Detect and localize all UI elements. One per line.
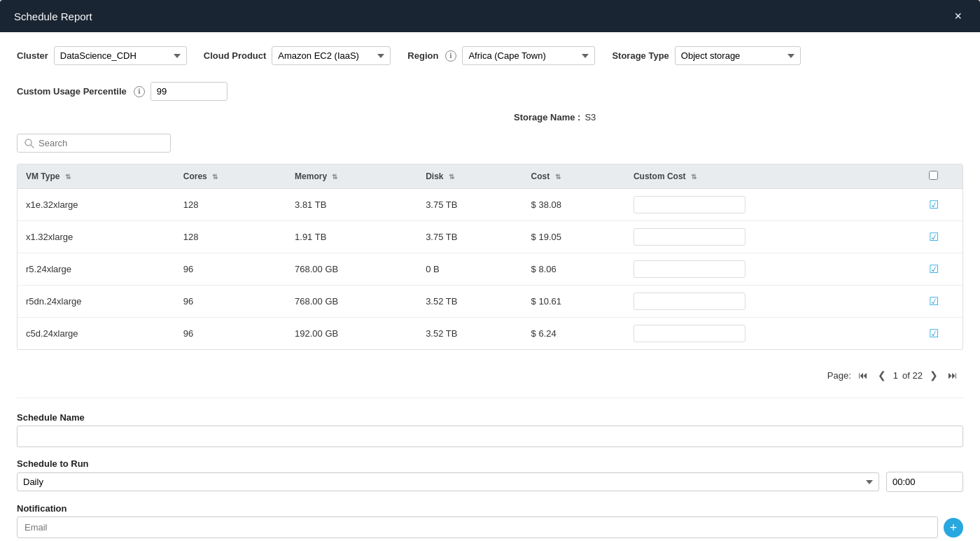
last-page-button[interactable]: ⏭ [945,368,960,382]
cell-disk: 3.75 TB [417,189,522,221]
modal-header: Schedule Report × [0,0,980,32]
cell-cost: $ 8.06 [523,253,625,286]
cell-cores: 128 [175,189,286,221]
sort-icon-cost[interactable]: ⇅ [555,173,561,181]
custom-usage-percentile-input[interactable] [150,82,227,101]
schedule-name-input[interactable] [17,426,963,447]
row-checkbox[interactable]: ☑ [929,231,939,243]
config-row-2: Storage Name : S3 [17,112,963,122]
sort-icon-cores[interactable]: ⇅ [212,173,218,181]
custom-cost-input[interactable] [634,293,746,310]
cluster-label: Cluster [17,50,48,61]
table-row: r5.24xlarge 96 768.00 GB 0 B $ 8.06 ☑ [18,253,962,286]
cell-checkbox: ☑ [904,221,962,253]
cell-cost: $ 38.08 [523,189,625,221]
search-icon [24,139,34,148]
cell-cost: $ 10.61 [523,286,625,318]
cell-checkbox: ☑ [904,286,962,318]
th-vm-type: VM Type ⇅ [18,164,175,189]
cell-memory: 3.81 TB [286,189,417,221]
custom-cost-input[interactable] [634,260,746,278]
row-checkbox[interactable]: ☑ [929,295,939,307]
vm-table-wrapper: VM Type ⇅ Cores ⇅ Memory ⇅ Disk ⇅ Cost ⇅… [17,164,963,350]
cell-disk: 3.52 TB [417,286,522,318]
schedule-time-input[interactable] [886,472,963,492]
cell-cores: 96 [175,318,286,350]
row-checkbox[interactable]: ☑ [929,263,939,275]
cell-cores: 96 [175,286,286,318]
email-input[interactable] [17,517,938,538]
th-memory: Memory ⇅ [286,164,417,189]
cloud-product-label: Cloud Product [204,50,267,61]
cell-memory: 1.91 TB [286,221,417,253]
svg-line-1 [31,145,34,148]
cell-custom-cost [625,189,905,221]
current-page: 1 [893,370,898,381]
region-label: Region [407,50,438,61]
cell-vm-type: r5.24xlarge [18,253,175,286]
region-select[interactable]: Africa (Cape Town) [462,46,595,65]
notification-row: + [17,517,963,538]
search-input[interactable] [38,138,163,148]
modal-body: Cluster DataScience_CDH Cloud Product Am… [0,32,980,541]
row-checkbox[interactable]: ☑ [929,199,939,211]
cell-disk: 3.52 TB [417,318,522,350]
cell-vm-type: c5d.24xlarge [18,318,175,350]
schedule-name-label: Schedule Name [17,412,963,423]
select-all-checkbox[interactable] [929,171,938,180]
add-email-button[interactable]: + [944,518,963,538]
schedule-to-run-label: Schedule to Run [17,458,963,469]
schedule-name-section: Schedule Name [17,412,963,447]
schedule-frequency-select[interactable]: Daily Weekly Monthly [17,472,879,491]
th-disk: Disk ⇅ [417,164,522,189]
custom-cost-input[interactable] [634,228,746,246]
th-checkbox [904,164,962,189]
row-checkbox[interactable]: ☑ [929,328,939,339]
modal-container: Schedule Report × Cluster DataScience_CD… [0,0,980,541]
region-info-icon[interactable]: ℹ [445,50,456,62]
cell-vm-type: x1.32xlarge [18,221,175,253]
prev-page-button[interactable]: ❮ [875,368,889,382]
search-box [17,134,171,153]
cell-custom-cost [625,253,905,286]
sort-icon-vm-type[interactable]: ⇅ [65,173,71,181]
cell-custom-cost [625,286,905,318]
config-row-1: Cluster DataScience_CDH Cloud Product Am… [17,46,963,101]
cell-checkbox: ☑ [904,318,962,350]
th-cost: Cost ⇅ [523,164,625,189]
cell-vm-type: x1e.32xlarge [18,189,175,221]
storage-name-label: Storage Name : [514,112,580,122]
region-group: Region ℹ Africa (Cape Town) [407,46,595,65]
notification-section: Notification + [17,503,963,538]
custom-usage-percentile-group: Custom Usage Percentile ℹ [17,82,227,101]
next-page-button[interactable]: ❯ [927,368,941,382]
sort-icon-memory[interactable]: ⇅ [332,173,337,181]
cell-disk: 0 B [417,253,522,286]
modal-title: Schedule Report [14,10,92,22]
cloud-product-group: Cloud Product Amazon EC2 (IaaS) [204,46,391,65]
cell-cost: $ 19.05 [523,221,625,253]
custom-cost-input[interactable] [634,325,746,342]
sort-icon-disk[interactable]: ⇅ [449,173,454,181]
cell-memory: 192.00 GB [286,318,417,350]
cluster-select[interactable]: DataScience_CDH [54,46,187,65]
custom-usage-percentile-label: Custom Usage Percentile [17,86,127,97]
th-cores: Cores ⇅ [175,164,286,189]
th-custom-cost: Custom Cost ⇅ [625,164,905,189]
table-row: x1e.32xlarge 128 3.81 TB 3.75 TB $ 38.08… [18,189,962,221]
storage-type-label: Storage Type [612,50,668,61]
table-row: r5dn.24xlarge 96 768.00 GB 3.52 TB $ 10.… [18,286,962,318]
cell-custom-cost [625,221,905,253]
sort-icon-custom-cost[interactable]: ⇅ [691,173,696,181]
vm-table: VM Type ⇅ Cores ⇅ Memory ⇅ Disk ⇅ Cost ⇅… [18,164,962,349]
table-row: c5d.24xlarge 96 192.00 GB 3.52 TB $ 6.24… [18,318,962,350]
page-label: Page: [827,370,851,381]
cloud-product-select[interactable]: Amazon EC2 (IaaS) [272,46,391,65]
first-page-button[interactable]: ⏮ [855,368,871,382]
custom-cost-input[interactable] [634,196,746,213]
divider-1 [17,398,963,398]
percentile-info-icon[interactable]: ℹ [134,86,145,97]
storage-type-select[interactable]: Object storage [675,46,801,65]
close-button[interactable]: × [950,8,966,24]
total-pages: of 22 [902,370,923,381]
